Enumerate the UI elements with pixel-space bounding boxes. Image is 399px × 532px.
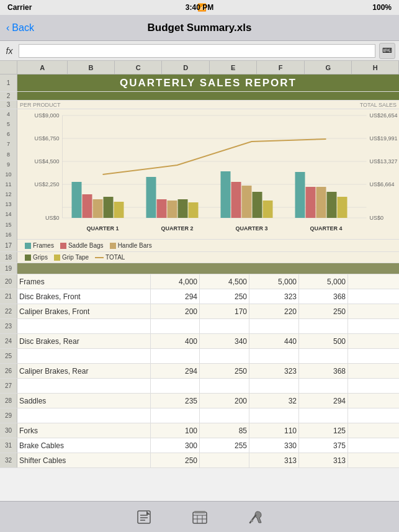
formula-label: fx xyxy=(4,46,15,56)
cell-25-d[interactable] xyxy=(249,349,299,363)
cell-25-c[interactable] xyxy=(200,349,249,363)
cell-23-e[interactable] xyxy=(299,319,348,333)
svg-rect-19 xyxy=(93,199,103,218)
carrier-label: Carrier xyxy=(7,3,32,12)
cell-27-d[interactable] xyxy=(249,379,299,393)
row-2: 2 xyxy=(0,92,399,101)
col-header-g[interactable]: G xyxy=(305,61,352,74)
cell-20-a[interactable]: Frames xyxy=(17,274,151,289)
cell-21-a[interactable]: Disc Brakes, Front xyxy=(17,289,151,304)
cell-31-e[interactable]: 375 xyxy=(299,438,348,453)
cell-24-e[interactable]: 500 xyxy=(299,334,348,348)
col-header-b[interactable]: B xyxy=(68,61,115,74)
cell-25-b[interactable] xyxy=(151,349,200,363)
cell-32-e[interactable]: 313 xyxy=(299,453,348,467)
col-header-h[interactable]: H xyxy=(352,61,399,74)
cell-26-a[interactable]: Caliper Brakes, Rear xyxy=(17,364,151,378)
cell-30-a[interactable]: Forks xyxy=(17,423,151,438)
cell-32-a[interactable]: Shifter Cables xyxy=(17,453,151,467)
cell-29-c[interactable] xyxy=(200,408,249,423)
svg-rect-31 xyxy=(263,201,273,218)
legend-frames: Frames xyxy=(25,242,54,249)
row-28: 28 Saddles 235 200 32 294 xyxy=(0,394,399,408)
cell-30-e[interactable]: 125 xyxy=(299,423,348,438)
cell-30-d[interactable]: 110 xyxy=(249,423,299,438)
svg-text:QUARTER 4: QUARTER 4 xyxy=(310,225,342,232)
cell-24-b[interactable]: 400 xyxy=(151,334,200,348)
back-label: Back xyxy=(12,22,34,34)
svg-rect-27 xyxy=(221,171,231,218)
svg-rect-22 xyxy=(146,177,156,218)
row-31: 31 Brake Cables 300 255 330 375 xyxy=(0,438,399,453)
cell-22-a[interactable]: Caliper Brakes, Front xyxy=(17,304,151,318)
keyboard-icon[interactable]: ⌨ xyxy=(379,43,395,59)
cell-26-d[interactable]: 323 xyxy=(249,364,299,378)
cell-28-a[interactable]: Saddles xyxy=(17,394,151,408)
cell-29-b[interactable] xyxy=(151,408,200,423)
cell-21-c[interactable]: 250 xyxy=(200,289,249,304)
cell-32-c[interactable] xyxy=(200,453,249,467)
cell-25-e[interactable] xyxy=(299,349,348,363)
cell-27-b[interactable] xyxy=(151,379,200,393)
cell-24-a[interactable]: Disc Brakes, Rear xyxy=(17,334,151,348)
col-header-f[interactable]: F xyxy=(257,61,305,74)
formula-input[interactable] xyxy=(19,44,375,58)
battery-label: 100% xyxy=(372,3,392,12)
cell-23-d[interactable] xyxy=(249,319,299,333)
cell-31-b[interactable]: 300 xyxy=(151,438,200,453)
cell-31-a[interactable]: Brake Cables xyxy=(17,438,151,453)
cell-21-d[interactable]: 323 xyxy=(249,289,299,304)
chart-row-nums: 4 5 6 7 8 9 10 11 12 13 14 15 16 xyxy=(0,109,17,240)
cell-20-c[interactable]: 4,500 xyxy=(200,274,249,289)
cell-31-c[interactable]: 255 xyxy=(200,438,249,453)
cell-20-e[interactable]: 5,000 xyxy=(299,274,348,289)
sheets-icon[interactable] xyxy=(191,508,209,526)
cell-20-b[interactable]: 4,000 xyxy=(151,274,200,289)
cell-22-d[interactable]: 220 xyxy=(249,304,299,318)
cell-30-c[interactable]: 85 xyxy=(200,423,249,438)
cell-23-a[interactable] xyxy=(17,319,151,333)
cell-28-e[interactable]: 294 xyxy=(299,394,348,408)
cell-30-b[interactable]: 100 xyxy=(151,423,200,438)
cell-23-c[interactable] xyxy=(200,319,249,333)
cell-21-e[interactable]: 368 xyxy=(299,289,348,304)
cell-28-b[interactable]: 235 xyxy=(151,394,200,408)
svg-text:QUARTER 1: QUARTER 1 xyxy=(86,225,119,232)
svg-text:US$6,750: US$6,750 xyxy=(34,135,59,142)
col-header-a[interactable]: A xyxy=(17,61,68,74)
cell-26-c[interactable]: 250 xyxy=(200,364,249,378)
rownum-21: 21 xyxy=(0,289,17,304)
tools-icon[interactable] xyxy=(246,508,265,526)
cell-22-e[interactable]: 250 xyxy=(299,304,348,318)
cell-20-d[interactable]: 5,000 xyxy=(249,274,299,289)
cell-27-e[interactable] xyxy=(299,379,348,393)
svg-text:QUARTER 3: QUARTER 3 xyxy=(235,225,267,232)
col-header-d[interactable]: D xyxy=(162,61,210,74)
cell-27-c[interactable] xyxy=(200,379,249,393)
cell-22-c[interactable]: 170 xyxy=(200,304,249,318)
cell-32-d[interactable]: 313 xyxy=(249,453,299,467)
cell-31-d[interactable]: 330 xyxy=(249,438,299,453)
cell-24-d[interactable]: 440 xyxy=(249,334,299,348)
col-header-e[interactable]: E xyxy=(210,61,258,74)
cell-26-e[interactable]: 368 xyxy=(299,364,348,378)
column-headers: A B C D E F G H xyxy=(0,61,399,74)
row-32: 32 Shifter Cables 250 313 313 xyxy=(0,453,399,468)
cell-23-b[interactable] xyxy=(151,319,200,333)
cell-22-b[interactable]: 200 xyxy=(151,304,200,318)
cell-27-a[interactable] xyxy=(17,379,151,393)
cell-25-a[interactable] xyxy=(17,349,151,363)
edit-icon[interactable] xyxy=(135,508,153,526)
cell-29-a[interactable] xyxy=(17,408,151,423)
cell-28-d[interactable]: 32 xyxy=(249,394,299,408)
cell-32-b[interactable]: 250 xyxy=(151,453,200,467)
col-header-c[interactable]: C xyxy=(115,61,163,74)
cell-29-e[interactable] xyxy=(299,408,348,423)
cell-29-d[interactable] xyxy=(249,408,299,423)
cell-28-c[interactable]: 200 xyxy=(200,394,249,408)
cell-24-c[interactable]: 340 xyxy=(200,334,249,348)
cell-21-b[interactable]: 294 xyxy=(151,289,200,304)
rownum-32: 32 xyxy=(0,453,17,467)
cell-26-b[interactable]: 294 xyxy=(151,364,200,378)
back-button[interactable]: ‹ Back xyxy=(6,22,34,34)
